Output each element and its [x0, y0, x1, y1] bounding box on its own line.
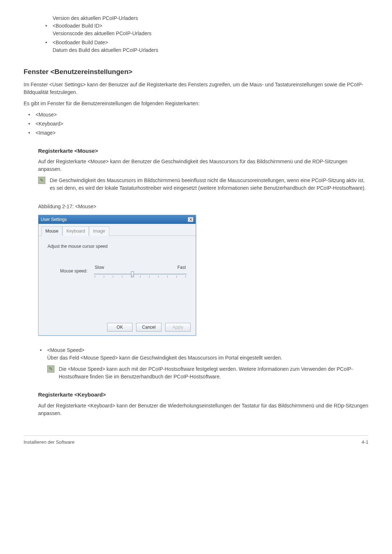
- top-continuation: Version des aktuellen PCoIP-Urladers <Bo…: [44, 15, 368, 54]
- note: ✎ Die <Mouse Speed> kann auch mit der PC…: [47, 365, 368, 381]
- note-icon: ✎: [38, 177, 45, 184]
- tab-mouse[interactable]: Mouse: [41, 226, 62, 236]
- tab-body: Adjust the mouse cursor speed Mouse spee…: [38, 236, 196, 319]
- list-item-title: <Bootloader Build ID>: [53, 22, 368, 30]
- instruction-text: Adjust the mouse cursor speed: [48, 243, 187, 250]
- note: ✎ Die Geschwindigkeit des Mauscursors im…: [38, 177, 368, 192]
- tab-row: Mouse Keyboard Image: [38, 224, 196, 236]
- slider-block: Slow Fast: [94, 264, 187, 278]
- slider-row: Mouse speed: Slow Fast: [48, 264, 187, 278]
- list-item: <Image>: [26, 129, 368, 137]
- paragraph: Auf der Registerkarte <Keyboard> kann de…: [38, 402, 368, 417]
- list-item-desc: Datum des Build des aktuellen PCoIP-Urla…: [53, 46, 368, 54]
- close-icon: ✕: [189, 218, 192, 222]
- heading-user-settings: Fenster <Benutzereinstellungen>: [24, 67, 368, 77]
- apply-button[interactable]: Apply: [165, 323, 191, 332]
- list-item-desc: Version des aktuellen PCoIP-Urladers: [53, 15, 368, 22]
- slow-label: Slow: [95, 264, 104, 271]
- list-item-title: <Mouse Speed>: [47, 346, 368, 354]
- list-item: <Mouse Speed> Über das Feld <Mouse Speed…: [38, 346, 368, 362]
- dialog-title: User Settings: [41, 216, 67, 223]
- list-item-desc: Versionscode des aktuellen PCoIP-Urlader…: [53, 30, 368, 37]
- list-item-title: <Bootloader Build Date>: [53, 39, 368, 46]
- footer-right: 4-1: [362, 439, 368, 446]
- figure-caption: Abbildung 2-17: <Mouse>: [38, 203, 368, 210]
- bullet-list: <Bootloader Build ID> Versionscode des a…: [44, 22, 368, 54]
- heading-keyboard-tab: Registerkarte <Keyboard>: [38, 391, 368, 399]
- cancel-button[interactable]: Cancel: [136, 323, 162, 332]
- note-icon: ✎: [47, 365, 54, 373]
- list-item: <Bootloader Build ID> Versionscode des a…: [44, 22, 368, 37]
- slider-ticks: [94, 276, 187, 278]
- slider-label: Mouse speed:: [48, 268, 87, 274]
- slider-end-labels: Slow Fast: [94, 264, 187, 271]
- note-text: Die <Mouse Speed> kann auch mit der PCoI…: [59, 365, 368, 381]
- note-text: Die Geschwindigkeit des Mauscursors im B…: [50, 177, 368, 192]
- bullet-list: <Mouse> <Keyboard> <Image>: [26, 111, 368, 137]
- list-item: <Bootloader Build Date> Datum des Build …: [44, 39, 368, 54]
- user-settings-dialog: User Settings ✕ Mouse Keyboard Image Adj…: [38, 215, 196, 336]
- fast-label: Fast: [177, 264, 186, 271]
- dialog-titlebar: User Settings ✕: [38, 215, 196, 224]
- tab-keyboard[interactable]: Keyboard: [62, 226, 89, 236]
- slider-line: [94, 274, 187, 275]
- list-item: <Keyboard>: [26, 120, 368, 128]
- mouse-speed-slider[interactable]: [94, 271, 187, 278]
- list-item: <Mouse>: [26, 111, 368, 119]
- paragraph: Im Fenster <User Settings> kann der Benu…: [24, 81, 368, 96]
- paragraph: Auf der Registerkarte <Mouse> kann der B…: [38, 158, 368, 173]
- heading-mouse-tab: Registerkarte <Mouse>: [38, 147, 368, 155]
- ok-button[interactable]: OK: [107, 323, 132, 332]
- footer-left: Installieren der Software: [24, 439, 74, 446]
- page-footer: Installieren der Software 4-1: [24, 435, 368, 446]
- list-item-desc: Über das Feld <Mouse Speed> kann die Ges…: [47, 354, 368, 362]
- tab-image[interactable]: Image: [89, 226, 109, 236]
- dialog-button-bar: OK Cancel Apply: [38, 319, 196, 335]
- close-button[interactable]: ✕: [188, 217, 193, 222]
- paragraph: Es gibt im Fenster für die Benutzereinst…: [24, 100, 368, 107]
- bullet-list: <Mouse Speed> Über das Feld <Mouse Speed…: [38, 346, 368, 362]
